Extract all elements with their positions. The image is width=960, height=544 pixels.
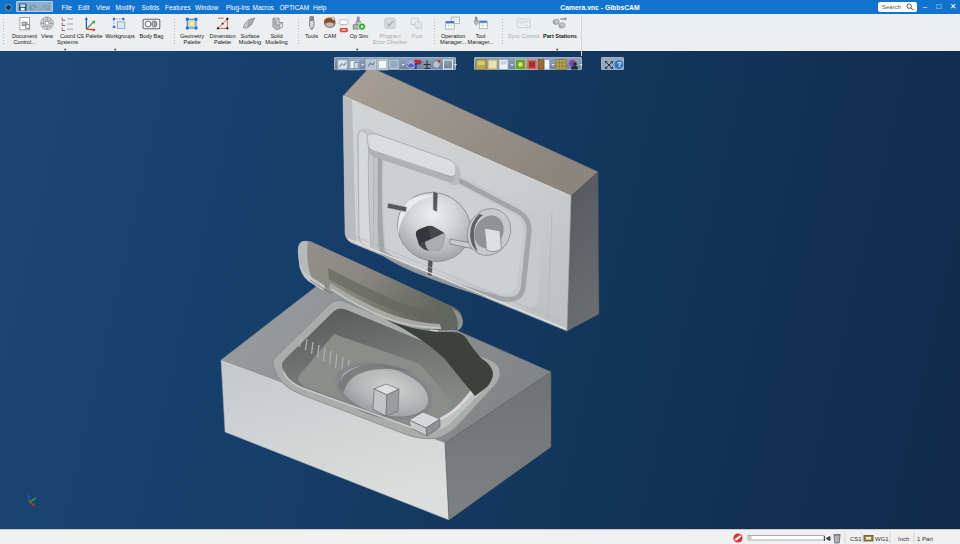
- svg-text:Inch: Inch: [898, 536, 909, 542]
- svg-text:?: ?: [617, 60, 622, 69]
- svg-text:0 1: 0 1: [416, 26, 423, 31]
- svg-text:CS1: CS1: [850, 536, 862, 542]
- svg-text:1 Part: 1 Part: [917, 536, 933, 542]
- svg-text:WG1: WG1: [875, 536, 889, 542]
